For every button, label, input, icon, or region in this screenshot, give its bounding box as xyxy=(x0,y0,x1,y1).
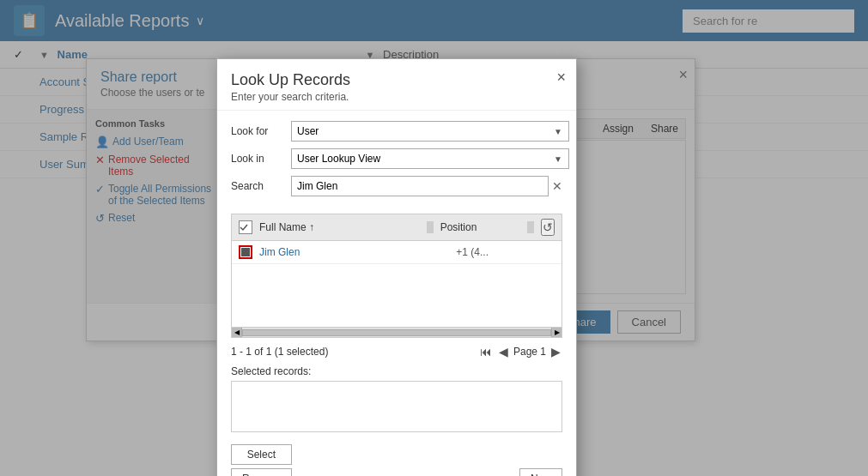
look-for-control: User Team ▼ xyxy=(291,121,562,142)
right-buttons: New xyxy=(519,468,562,476)
selected-records-box xyxy=(231,381,562,432)
search-control: ✕ xyxy=(291,176,562,196)
look-for-select[interactable]: User Team xyxy=(291,121,569,142)
look-in-control: User Lookup View All Users ▼ xyxy=(291,148,562,169)
search-clear-button[interactable]: ✕ xyxy=(552,179,562,193)
col-fullname: Full Name ↑ xyxy=(259,221,420,233)
look-in-row: Look in User Lookup View All Users ▼ xyxy=(231,148,562,169)
next-page-button[interactable]: ▶ xyxy=(549,343,562,360)
header-checkbox[interactable] xyxy=(239,220,252,234)
selected-records-label: Selected records: xyxy=(231,365,562,377)
look-for-label: Look for xyxy=(231,125,291,137)
modal-subtitle: Enter your search criteria. xyxy=(231,91,562,103)
grid-row[interactable]: Jim Glen +1 (4... xyxy=(232,241,561,264)
lookup-records-modal: Look Up Records Enter your search criter… xyxy=(216,58,577,476)
grid-header: Full Name ↑ Position ↺ xyxy=(232,214,561,241)
search-row: Search ✕ xyxy=(231,176,562,196)
page-label: Page 1 xyxy=(513,346,546,358)
modal-form: Look for User Team ▼ Look in User Lookup… xyxy=(217,111,576,214)
select-button[interactable]: Select xyxy=(231,444,292,465)
col-position: Position xyxy=(440,221,520,233)
remove-button[interactable]: Remove xyxy=(231,468,292,476)
row-position: +1 (4... xyxy=(456,246,555,258)
left-buttons: Select Remove xyxy=(231,444,292,476)
look-in-label: Look in xyxy=(231,153,291,165)
lookup-grid: Full Name ↑ Position ↺ Jim Glen +1 (4... xyxy=(231,214,562,328)
grid-refresh-button[interactable]: ↺ xyxy=(541,219,555,236)
look-in-select[interactable]: User Lookup View All Users xyxy=(291,148,569,169)
look-for-row: Look for User Team ▼ xyxy=(231,121,562,142)
new-button[interactable]: New xyxy=(519,468,562,476)
prev-page-button[interactable]: ◀ xyxy=(497,343,510,360)
row-checkbox[interactable] xyxy=(239,245,252,259)
search-label: Search xyxy=(231,180,291,192)
page-navigation: ⏮ ◀ Page 1 ▶ xyxy=(478,343,562,360)
pagination-info: 1 - 1 of 1 (1 selected) xyxy=(231,346,328,358)
pagination: 1 - 1 of 1 (1 selected) ⏮ ◀ Page 1 ▶ xyxy=(217,338,576,365)
grid-body: Jim Glen +1 (4... xyxy=(232,241,561,327)
col-separator2 xyxy=(527,221,534,233)
scroll-left-button[interactable]: ◀ xyxy=(232,328,242,337)
scrollbar-thumb[interactable] xyxy=(242,329,551,336)
modal-action-area: Select Remove New xyxy=(217,439,576,476)
selected-records-section: Selected records: xyxy=(217,365,576,439)
scroll-right-button[interactable]: ▶ xyxy=(551,328,561,337)
row-fullname[interactable]: Jim Glen xyxy=(259,246,456,258)
checkbox-check xyxy=(241,248,250,256)
modal-close-button[interactable]: × xyxy=(556,69,566,85)
first-page-button[interactable]: ⏮ xyxy=(478,343,494,360)
col-separator xyxy=(427,221,434,233)
horizontal-scrollbar[interactable]: ◀ ▶ xyxy=(231,328,562,338)
search-input[interactable] xyxy=(291,176,549,196)
modal-title: Look Up Records xyxy=(231,71,562,89)
modal-header: Look Up Records Enter your search criter… xyxy=(217,59,576,111)
